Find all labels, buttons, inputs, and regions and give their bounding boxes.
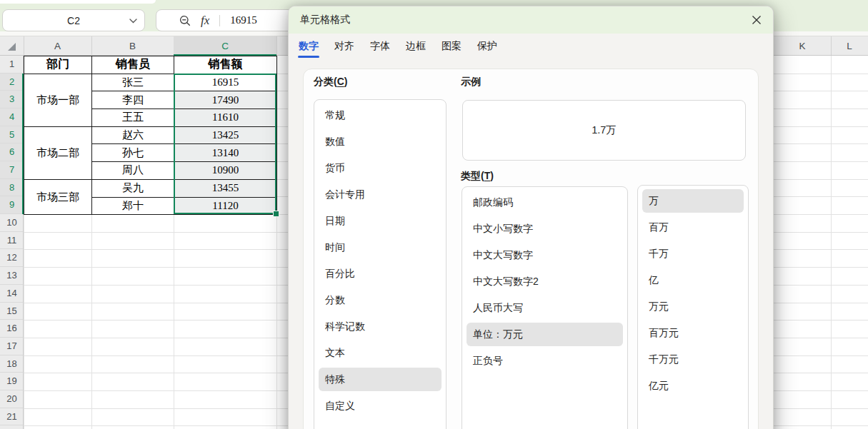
zoom-out-editbar-icon[interactable] — [179, 15, 191, 26]
category-option[interactable]: 常规 — [314, 102, 446, 128]
salesperson-cell[interactable]: 周八 — [92, 162, 174, 180]
table-header-cell[interactable]: 销售员 — [92, 56, 174, 74]
column-header-c-selected[interactable]: C — [174, 36, 276, 56]
unit-option[interactable]: 千万 — [638, 241, 748, 267]
unit-option[interactable]: 亿元 — [638, 373, 748, 399]
fx-icon[interactable]: fx — [201, 14, 209, 28]
sales-value-cell[interactable]: 13455 — [174, 179, 277, 197]
unit-option[interactable]: 百万 — [638, 214, 748, 241]
row-header-14[interactable]: 14 — [0, 285, 24, 303]
row-header-20[interactable]: 20 — [0, 390, 24, 408]
row-header-12[interactable]: 12 — [0, 249, 24, 267]
category-option[interactable]: 货币 — [314, 155, 446, 181]
row-header-15[interactable]: 15 — [0, 303, 24, 321]
sales-value-cell[interactable]: 16915 — [174, 74, 277, 91]
row-header-5[interactable]: 5 — [0, 126, 24, 144]
salesperson-cell[interactable]: 郑十 — [92, 197, 174, 215]
column-header-k[interactable]: K — [774, 36, 831, 56]
unit-list[interactable]: 万百万千万亿万元百万元千万元亿元 — [637, 185, 749, 429]
type-option-label: 单位：万元 — [473, 328, 523, 341]
close-icon[interactable] — [749, 13, 764, 27]
sales-value-cell[interactable]: 11120 — [174, 197, 277, 215]
fill-handle-icon[interactable] — [273, 211, 279, 217]
category-option[interactable]: 数值 — [314, 128, 446, 155]
unit-option[interactable]: 百万元 — [638, 320, 748, 346]
category-option[interactable]: 文本 — [314, 340, 446, 366]
row-header-17[interactable]: 17 — [0, 338, 24, 355]
type-option[interactable]: 中文大写数字2 — [462, 268, 627, 295]
row-header-22[interactable]: 22 — [0, 425, 24, 429]
row-header-strip: 12345678910111213141516171819202122 — [0, 56, 24, 429]
type-option[interactable]: 正负号 — [462, 348, 627, 374]
salesperson-cell[interactable]: 吴九 — [92, 179, 174, 197]
row-header-2[interactable]: 2 — [0, 74, 24, 91]
category-option[interactable]: 特殊 — [314, 366, 446, 393]
type-option[interactable]: 人民币大写 — [462, 295, 627, 321]
row-header-21[interactable]: 21 — [0, 408, 24, 426]
row-header-8[interactable]: 8 — [0, 179, 24, 197]
dialog-tab-数字[interactable]: 数字 — [297, 34, 320, 59]
type-label: 类型(T) — [461, 170, 494, 183]
salesperson-cell[interactable]: 李四 — [92, 91, 174, 109]
sales-value-cell[interactable]: 10900 — [174, 162, 277, 180]
type-option[interactable]: 单位：万元 — [462, 321, 627, 348]
sales-value-cell[interactable]: 13140 — [174, 144, 277, 162]
salesperson-cell[interactable]: 孙七 — [92, 144, 174, 162]
formula-bar-value[interactable]: 16915 — [230, 14, 257, 26]
name-box[interactable]: C2 — [2, 9, 145, 31]
row-header-11[interactable]: 11 — [0, 232, 24, 250]
select-all-corner[interactable] — [0, 36, 24, 56]
table-header-cell[interactable]: 部门 — [24, 56, 92, 74]
unit-option[interactable]: 亿 — [638, 267, 748, 293]
type-option-label: 人民币大写 — [473, 302, 523, 315]
type-option[interactable]: 邮政编码 — [462, 189, 627, 216]
salesperson-cell[interactable]: 赵六 — [92, 126, 174, 144]
row-header-16[interactable]: 16 — [0, 320, 24, 338]
dialog-tab-保护[interactable]: 保护 — [476, 34, 499, 59]
column-header-a[interactable]: A — [24, 36, 91, 56]
table-header-cell[interactable]: 销售额 — [174, 56, 277, 74]
chevron-down-icon[interactable] — [129, 19, 137, 24]
category-option[interactable]: 分数 — [314, 287, 446, 313]
dialog-tab-字体[interactable]: 字体 — [369, 34, 391, 59]
dialog-tab-对齐[interactable]: 对齐 — [333, 34, 356, 59]
type-option-label: 中文大写数字2 — [473, 276, 539, 288]
sales-value-cell[interactable]: 11610 — [174, 109, 277, 127]
category-option[interactable]: 百分比 — [314, 261, 446, 287]
row-header-3[interactable]: 3 — [0, 91, 24, 108]
formula-bar[interactable]: fx 16915 — [156, 9, 299, 31]
unit-option[interactable]: 万元 — [638, 293, 748, 320]
type-option[interactable]: 中文大写数字 — [462, 242, 627, 268]
dialog-tab-图案[interactable]: 图案 — [440, 34, 463, 59]
category-option[interactable]: 科学记数 — [314, 313, 446, 340]
row-header-19[interactable]: 19 — [0, 373, 24, 390]
dept-cell[interactable]: 市场三部 — [24, 179, 92, 214]
column-header-l[interactable]: L — [831, 36, 868, 56]
row-header-18[interactable]: 18 — [0, 355, 24, 373]
unit-option[interactable]: 万 — [638, 188, 748, 214]
sales-value-cell[interactable]: 13425 — [174, 126, 277, 144]
row-header-1[interactable]: 1 — [0, 56, 24, 74]
sales-value-cell[interactable]: 17490 — [174, 91, 277, 109]
row-header-9[interactable]: 9 — [0, 196, 24, 214]
unit-option[interactable]: 千万元 — [638, 346, 748, 373]
row-header-6[interactable]: 6 — [0, 143, 24, 161]
column-header-b[interactable]: B — [91, 36, 174, 56]
type-list[interactable]: 邮政编码中文小写数字中文大写数字中文大写数字2人民币大写单位：万元正负号 — [462, 186, 628, 429]
row-header-4[interactable]: 4 — [0, 108, 24, 126]
category-option[interactable]: 会计专用 — [314, 181, 446, 208]
dialog-titlebar[interactable]: 单元格格式 — [289, 6, 773, 34]
type-option[interactable]: 中文小写数字 — [462, 216, 627, 242]
category-option[interactable]: 自定义 — [314, 393, 446, 419]
dept-cell[interactable]: 市场二部 — [24, 126, 92, 179]
salesperson-cell[interactable]: 张三 — [92, 74, 174, 91]
category-option[interactable]: 日期 — [314, 208, 446, 234]
dept-cell[interactable]: 市场一部 — [24, 74, 92, 126]
row-header-10[interactable]: 10 — [0, 214, 24, 232]
category-list[interactable]: 常规数值货币会计专用日期时间百分比分数科学记数文本特殊自定义 — [314, 99, 447, 429]
salesperson-cell[interactable]: 王五 — [92, 109, 174, 127]
row-header-7[interactable]: 7 — [0, 161, 24, 179]
dialog-tab-边框[interactable]: 边框 — [404, 34, 427, 59]
row-header-13[interactable]: 13 — [0, 267, 24, 285]
category-option[interactable]: 时间 — [314, 234, 446, 261]
